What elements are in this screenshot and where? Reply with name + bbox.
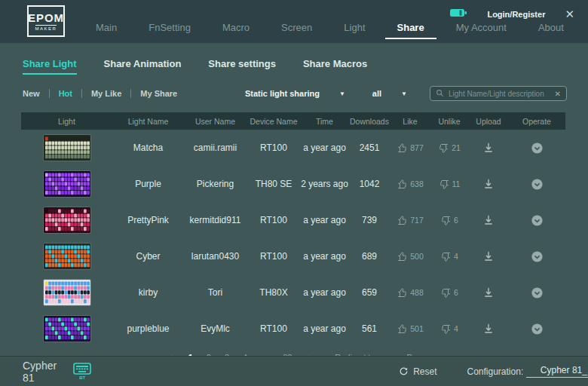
light-thumbnail-matcha[interactable] (21, 134, 112, 161)
like-button[interactable]: 501 (390, 323, 430, 335)
operate-button[interactable] (508, 323, 565, 335)
sort-hot[interactable]: Hot (50, 89, 81, 98)
nav-item-main[interactable]: Main (94, 19, 118, 39)
thumbs-up-icon (397, 287, 408, 299)
sort-my-share[interactable]: My Share (131, 89, 186, 98)
upload-button[interactable] (469, 286, 508, 299)
nav-item-my-account[interactable]: My Account (455, 19, 508, 39)
tab-share-settings[interactable]: Share settings (208, 58, 276, 75)
nav-item-macro[interactable]: Macro (221, 19, 251, 39)
table-row: purpleblueEvyMlcRT100a year ago5615014 (21, 311, 565, 347)
thumbs-down-icon (440, 251, 452, 262)
like-button[interactable]: 500 (390, 251, 430, 262)
column-header-light: Light (21, 117, 112, 126)
unlike-button[interactable]: 11 (430, 179, 469, 190)
operate-button[interactable] (508, 178, 565, 191)
like-button[interactable]: 877 (390, 142, 430, 154)
unlike-count: 21 (452, 143, 461, 152)
light-thumbnail-kirby[interactable] (21, 279, 112, 306)
tab-share-light[interactable]: Share Light (23, 58, 77, 75)
like-count: 488 (410, 288, 424, 297)
upload-button[interactable] (469, 214, 508, 226)
light-thumbnail-purpleblue[interactable] (21, 315, 112, 342)
table-row: kirbyToriTH80Xa year ago6594886 (21, 274, 565, 311)
nav-item-share[interactable]: Share (396, 19, 426, 39)
unlike-button[interactable]: 4 (430, 323, 469, 335)
column-header-user-name: User Name (184, 117, 247, 126)
clear-search-icon[interactable]: ✕ (555, 90, 561, 98)
nav-item-light[interactable]: Light (342, 19, 366, 39)
light-type-dropdown[interactable]: Static light sharing ▼ (245, 89, 345, 98)
downloads-count: 659 (348, 287, 390, 298)
downloads-count: 689 (348, 251, 390, 262)
keyboard-bt-indicator: BT (73, 363, 91, 380)
column-header-operate: Operate (508, 117, 565, 126)
unlike-button[interactable]: 21 (430, 142, 469, 154)
light-thumbnail-purple[interactable] (21, 170, 112, 198)
download-icon (482, 323, 495, 335)
tab-share-animation[interactable]: Share Animation (104, 58, 182, 75)
like-button[interactable]: 638 (390, 179, 430, 190)
nav-item-screen[interactable]: Screen (280, 19, 314, 39)
reset-button[interactable]: Reset (399, 366, 436, 377)
search-input[interactable] (449, 90, 550, 98)
operate-button[interactable] (508, 250, 565, 263)
share-light-table: LightLight NameUser NameDevice NameTimeD… (21, 112, 565, 347)
thumbs-down-icon (439, 179, 450, 190)
user-name: Pickering (184, 179, 247, 189)
unlike-button[interactable]: 4 (430, 251, 469, 262)
thumbs-down-icon (438, 142, 449, 154)
like-count: 501 (410, 324, 424, 333)
time: a year ago (301, 215, 348, 225)
thumbs-down-icon (440, 287, 452, 299)
operate-button[interactable] (508, 286, 565, 299)
sort-my-like[interactable]: My Like (82, 89, 130, 98)
operate-button[interactable] (508, 142, 565, 155)
upload-button[interactable] (469, 178, 508, 190)
search-box[interactable]: ✕ (430, 86, 567, 101)
unlike-button[interactable]: 6 (430, 287, 469, 299)
column-header-downloads: Downloads (348, 117, 390, 126)
like-button[interactable]: 717 (390, 215, 430, 226)
light-name: Cyber (112, 251, 184, 262)
configuration-name-input[interactable] (526, 365, 588, 378)
nav-item-fnsetting[interactable]: FnSetting (147, 19, 192, 39)
filter-row: NewHotMy LikeMy Share Static light shari… (23, 85, 567, 102)
tab-share-macros[interactable]: Share Macros (303, 58, 367, 75)
download-icon (482, 142, 495, 154)
epomaker-logo: EPOM MAKER (27, 5, 65, 37)
light-thumbnail-prettypink[interactable] (21, 207, 112, 234)
upload-button[interactable] (469, 323, 508, 335)
column-header-unlike: Unlike (430, 117, 469, 126)
upload-button[interactable] (469, 142, 508, 154)
time: a year ago (301, 142, 348, 153)
table-row: Cyberlarutan0430RT100a year ago6895004 (21, 238, 565, 274)
unlike-count: 6 (454, 216, 458, 225)
like-button[interactable]: 488 (390, 287, 430, 299)
like-count: 877 (410, 143, 424, 152)
share-tabs: Share LightShare AnimationShare settings… (0, 43, 588, 75)
light-name: Purple (112, 179, 184, 189)
main-nav: MainFnSettingMacroScreenLightShareMy Acc… (94, 19, 565, 39)
download-icon (482, 250, 495, 262)
light-thumbnail-cyber[interactable] (21, 243, 112, 270)
close-icon[interactable]: ✕ (565, 8, 574, 21)
sort-filters: NewHotMy LikeMy Share (23, 89, 186, 98)
device-filter-dropdown[interactable]: all ▼ (372, 89, 407, 98)
operate-button[interactable] (508, 214, 565, 227)
upload-button[interactable] (469, 250, 508, 262)
chevron-circle-icon (531, 250, 544, 263)
downloads-count: 1042 (348, 179, 390, 189)
login-register-link[interactable]: Login/Register (487, 10, 545, 19)
configuration: Configuration: (467, 365, 588, 378)
chevron-circle-icon (531, 142, 544, 155)
sort-new[interactable]: New (23, 89, 49, 98)
logo-text: EPOM (28, 12, 64, 23)
nav-item-about[interactable]: About (537, 19, 565, 39)
table-row: PrettyPinkkermitdid911RT100a year ago739… (21, 202, 565, 238)
logo-subtext: MAKER (35, 25, 57, 31)
light-name: PrettyPink (112, 215, 184, 225)
download-icon (482, 286, 495, 299)
device-name: TH80 SE (247, 179, 301, 189)
unlike-button[interactable]: 6 (430, 215, 469, 226)
